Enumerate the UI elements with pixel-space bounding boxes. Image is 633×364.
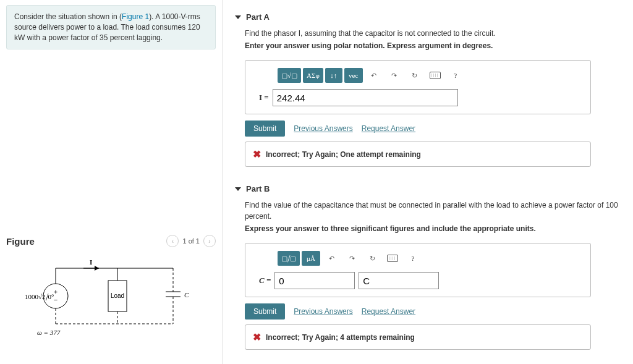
part-b-answer-box: ▢⧸▢ μÅ ↶ ↷ ↻ ? C = xyxy=(245,243,591,297)
part-a-instruction: Enter your answer using polar notation. … xyxy=(245,40,624,51)
part-b-value-input[interactable] xyxy=(274,272,355,289)
fig-next-button[interactable]: › xyxy=(203,235,216,247)
part-a-request-answer-link[interactable]: Request Answer xyxy=(362,124,415,133)
part-b-header[interactable]: Part B xyxy=(231,178,624,197)
part-a-header[interactable]: Part A xyxy=(231,6,624,25)
svg-text:1000√2⧸0°: 1000√2⧸0° xyxy=(25,293,54,301)
part-a-prev-answers-link[interactable]: Previous Answers xyxy=(294,124,352,133)
part-b-unit-input[interactable] xyxy=(359,272,439,289)
caret-down-icon xyxy=(235,15,241,19)
undo-button[interactable]: ↶ xyxy=(322,251,341,266)
problem-text-pre: Consider the situation shown in ( xyxy=(14,12,122,21)
part-a-prompt: Find the phasor I, assuming that the cap… xyxy=(245,29,496,38)
part-b-prev-answers-link[interactable]: Previous Answers xyxy=(294,307,352,316)
templates-button[interactable]: ▢√▢ xyxy=(278,68,301,83)
part-b-request-answer-link[interactable]: Request Answer xyxy=(362,307,415,316)
reset-button[interactable]: ↻ xyxy=(363,251,381,266)
x-icon: ✖ xyxy=(253,148,261,160)
figure-link[interactable]: Figure 1 xyxy=(122,12,149,21)
part-b-feedback-text: Incorrect; Try Again; 4 attempts remaini… xyxy=(266,333,415,342)
part-a-answer-input[interactable] xyxy=(273,89,458,106)
part-b-submit-button[interactable]: Submit xyxy=(245,303,285,320)
part-a-submit-button[interactable]: Submit xyxy=(245,121,285,137)
fig-prev-button[interactable]: ‹ xyxy=(166,235,179,247)
part-a-title: Part A xyxy=(246,12,270,22)
undo-button[interactable]: ↶ xyxy=(365,68,383,83)
svg-text:−: − xyxy=(53,296,57,303)
part-b-prompt: Find the value of the capacitance that m… xyxy=(245,201,618,221)
arrows-button[interactable]: ↓↑ xyxy=(325,68,342,83)
caret-down-icon xyxy=(235,187,241,191)
reset-button[interactable]: ↻ xyxy=(406,68,424,83)
svg-text:ω = 377: ω = 377 xyxy=(37,329,61,336)
circuit-figure: + − 1000√2⧸0° ω = 377 Load C I xyxy=(6,256,216,342)
problem-statement: Consider the situation shown in (Figure … xyxy=(6,5,216,49)
part-b-eq-label: C = xyxy=(259,276,271,286)
help-button[interactable]: ? xyxy=(446,68,465,83)
redo-button[interactable]: ↷ xyxy=(385,68,404,83)
vec-button[interactable]: vec xyxy=(344,68,363,83)
svg-text:Load: Load xyxy=(110,292,124,299)
keyboard-icon[interactable] xyxy=(426,68,444,83)
svg-text:I: I xyxy=(90,258,92,266)
svg-text:+: + xyxy=(53,288,57,295)
greek-button[interactable]: ΑΣφ xyxy=(303,68,323,83)
part-b-feedback: ✖ Incorrect; Try Again; 4 attempts remai… xyxy=(245,324,591,350)
redo-button[interactable]: ↷ xyxy=(342,251,361,266)
templates-button[interactable]: ▢⧸▢ xyxy=(278,251,300,266)
part-b-instruction: Express your answer to three significant… xyxy=(245,223,624,234)
keyboard-icon[interactable] xyxy=(383,251,402,266)
figure-title: Figure xyxy=(6,236,35,247)
help-button[interactable]: ? xyxy=(404,251,422,266)
figure-counter: 1 of 1 xyxy=(182,237,200,245)
svg-text:C: C xyxy=(184,291,189,298)
part-a-feedback: ✖ Incorrect; Try Again; One attempt rema… xyxy=(245,142,591,167)
part-a-answer-box: ▢√▢ ΑΣφ ↓↑ vec ↶ ↷ ↻ ? I = xyxy=(245,60,591,114)
units-button[interactable]: μÅ xyxy=(302,251,320,266)
part-a-feedback-text: Incorrect; Try Again; One attempt remain… xyxy=(266,150,421,159)
x-icon: ✖ xyxy=(253,331,261,343)
svg-marker-20 xyxy=(95,266,99,271)
part-b-title: Part B xyxy=(246,184,270,193)
part-a-eq-label: I = xyxy=(259,93,269,103)
